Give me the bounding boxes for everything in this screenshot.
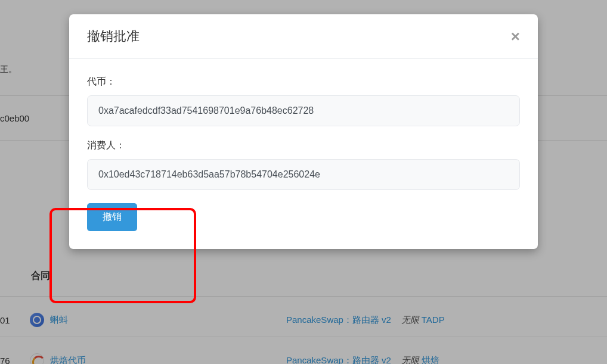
modal-title: 撤销批准: [87, 27, 140, 45]
close-button[interactable]: ×: [511, 29, 520, 44]
modal-header: 撤销批准 ×: [69, 14, 538, 59]
spender-label: 消费人：: [87, 139, 520, 152]
spender-address-input[interactable]: [87, 159, 520, 190]
token-address-input[interactable]: [87, 95, 520, 126]
token-label: 代币：: [87, 76, 520, 88]
revoke-approval-modal: 撤销批准 × 代币： 消费人： 撤销: [69, 14, 538, 249]
revoke-button[interactable]: 撤销: [87, 203, 137, 231]
modal-body: 代币： 消费人： 撤销: [69, 59, 538, 249]
